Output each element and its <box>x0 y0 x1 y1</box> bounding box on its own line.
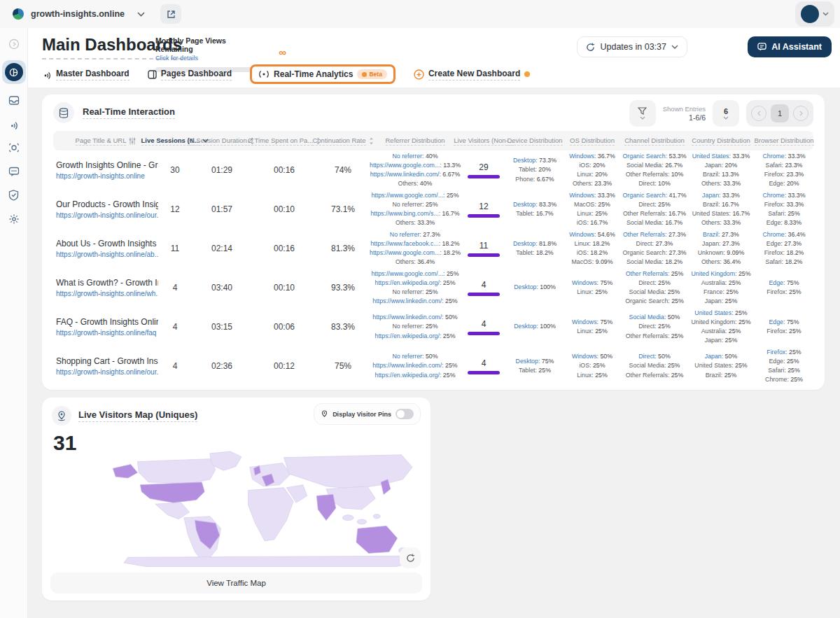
table-row[interactable]: FAQ - Growth Insights Online https://gro… <box>53 307 813 346</box>
live-sessions-value: 11 <box>158 244 192 253</box>
browser-distribution: Chrome: 33.3%Safari: 23.3%Firefox: 23.3%… <box>755 152 813 189</box>
channel-distribution: Organic Search: 53.3%Social Media: 26.7%… <box>622 152 687 189</box>
chat-icon <box>757 43 766 51</box>
tab-real-time-analytics[interactable]: Real-Time Analytics Beta <box>250 64 396 84</box>
referrer-distribution: https://www.google.com/...: 25%https://e… <box>370 269 461 307</box>
sidebar-item-dashboard[interactable] <box>2 60 26 84</box>
column-header[interactable]: Continuation Rate <box>316 136 370 146</box>
updates-countdown-button[interactable]: Updates in 03:37 <box>577 36 687 57</box>
page-size-select[interactable]: 6 <box>713 100 739 127</box>
avatar <box>801 5 819 23</box>
referrer-distribution: No referrer: 27.3%https://www.facebook.c… <box>370 230 461 267</box>
visitor-pins-toggle[interactable] <box>396 409 414 419</box>
referrer-distribution: https://www.google.com/...: 25%No referr… <box>370 191 461 228</box>
time-on-page-value: 00:06 <box>252 322 316 332</box>
referrer-distribution: https://www.linkedin.com/: 50%No referre… <box>370 313 461 341</box>
live-visitors-cell: 4 <box>461 280 507 296</box>
column-header: Referrer Distribution <box>370 136 461 146</box>
os-distribution: Windows: 36.7%iOS: 20%Linux: 20%Others: … <box>563 152 622 189</box>
real-time-interaction-card: Real-Time Interaction Shown Entries 1-6/… <box>42 94 825 390</box>
sidebar-item-chat[interactable] <box>6 164 22 179</box>
tab-create-new-dashboard[interactable]: Create New Dashboard <box>414 69 530 80</box>
open-site-button[interactable] <box>160 4 181 24</box>
page-url-link[interactable]: https://growth-insights.online/wh... <box>56 290 158 297</box>
live-visitors-bar <box>468 253 500 257</box>
funnel-icon <box>638 107 647 115</box>
page-url-link[interactable]: https://growth-insights.online/ab... <box>56 251 158 258</box>
page-title-cell: Our Products - Growth Insights ... <box>56 199 158 209</box>
page-title-cell: Growth Insights Online - Growt... <box>56 160 158 170</box>
table-row[interactable]: About Us - Growth Insights Onli... https… <box>53 229 813 268</box>
pages-layout-icon <box>148 70 157 79</box>
browser-distribution: Edge: 75%Firefox: 25% <box>755 318 813 336</box>
map-pin-icon <box>57 411 66 421</box>
current-page[interactable]: 1 <box>771 104 789 122</box>
channel-distribution: Social Media: 50%Direct: 25%Other Referr… <box>622 313 687 341</box>
prev-page-button[interactable] <box>751 106 766 121</box>
site-selector-chevron-icon[interactable] <box>137 12 145 17</box>
live-sessions-value: 12 <box>158 204 192 214</box>
sidebar-item-inbox[interactable] <box>6 92 22 108</box>
table-filter-button[interactable] <box>629 100 656 127</box>
channel-distribution: Other Referrals: 25%Direct: 25%Social Me… <box>622 269 687 307</box>
table-row[interactable]: Shopping Cart - Growth Insight... https:… <box>53 346 813 386</box>
page-url-link[interactable]: https://growth-insights.online/faq <box>56 329 158 337</box>
live-visitors-value: 11 <box>461 241 507 251</box>
account-menu[interactable] <box>795 1 834 27</box>
channel-distribution: Direct: 50%Social Media: 25%Other Referr… <box>622 352 687 380</box>
continuation-rate-value: 75% <box>316 361 370 371</box>
next-page-button[interactable] <box>793 106 808 121</box>
beta-dot-icon <box>362 72 367 77</box>
device-distribution: Desktop: 100% <box>507 322 563 331</box>
continuation-rate-value: 74% <box>316 165 370 175</box>
tab-pages-dashboard[interactable]: Pages Dashboard <box>148 69 232 80</box>
column-header[interactable]: Ø Session Duration <box>192 136 252 146</box>
page-url-link[interactable]: https://growth-insights.online <box>56 172 158 180</box>
page-title-cell: What is Growth? - Growth Insig... <box>56 278 158 288</box>
shown-entries-label: Shown Entries <box>663 105 706 113</box>
display-visitor-pins-control[interactable]: Display Visitor Pins <box>314 403 421 425</box>
country-distribution: United States: 33.3%Japan: 20%Brazil: 13… <box>687 152 755 189</box>
column-filter-icon[interactable] <box>129 137 136 145</box>
sidebar-item-collapse[interactable] <box>6 36 22 52</box>
live-visitors-map-card: Live Visitors Map (Uniques) Display Visi… <box>42 398 430 601</box>
gear-icon <box>8 213 20 225</box>
sidebar-item-signal[interactable] <box>6 116 22 132</box>
display-visitor-pins-label: Display Visitor Pins <box>332 411 391 418</box>
live-visitors-cell: 4 <box>461 358 507 374</box>
shown-entries-value: 1-6/6 <box>663 113 706 122</box>
sidebar-item-shield[interactable] <box>6 188 22 203</box>
site-selector-label[interactable]: growth-insights.online <box>31 9 125 19</box>
monthly-quota-details-link[interactable]: Click for details <box>155 55 264 62</box>
column-header[interactable]: Ø Time Spent on Pa... <box>252 136 316 146</box>
continuation-rate-value: 93.3% <box>316 283 370 293</box>
page-url-link[interactable]: https://growth-insights.online/our... <box>56 368 158 376</box>
view-traffic-map-button[interactable]: View Traffic Map <box>50 573 422 594</box>
inbox-icon <box>8 95 20 106</box>
table-row[interactable]: What is Growth? - Growth Insig... https:… <box>53 268 813 307</box>
page-url-link[interactable]: https://growth-insights.online/our... <box>56 211 158 219</box>
browser-distribution: Edge: 75%Firefox: 25% <box>755 279 813 297</box>
site-favicon <box>13 8 24 20</box>
time-on-page-value: 00:16 <box>252 165 316 175</box>
sidebar-item-gear[interactable] <box>6 211 22 227</box>
os-distribution: Windows: 33.3%MacOS: 25%Linux: 25%iOS: 1… <box>563 191 622 228</box>
signal-icon <box>42 69 52 79</box>
live-sessions-value: 4 <box>158 283 192 293</box>
live-visitors-cell: 29 <box>461 162 507 178</box>
sidebar-item-audience[interactable] <box>6 140 22 155</box>
map-refresh-button[interactable] <box>400 547 421 568</box>
table-row[interactable]: Our Products - Growth Insights ... https… <box>53 190 813 229</box>
tab-master-dashboard[interactable]: Master Dashboard <box>42 69 130 80</box>
device-distribution: Desktop: 100% <box>507 283 563 292</box>
continuation-rate-value: 83.3% <box>316 322 370 332</box>
channel-distribution: Organic Search: 41.7%Direct: 25%Other Re… <box>622 191 687 228</box>
browser-distribution: Firefox: 25%Edge: 25%Safari: 25%Chrome: … <box>755 348 813 385</box>
column-header[interactable]: Live Sessions (N... <box>158 136 192 146</box>
refresh-icon <box>586 43 595 52</box>
top-bar: growth-insights.online <box>0 0 840 28</box>
live-visitors-value: 4 <box>461 280 507 290</box>
ai-assistant-button[interactable]: AI Assistant <box>748 36 832 57</box>
table-row[interactable]: Growth Insights Online - Growt... https:… <box>53 150 813 190</box>
country-distribution: United States: 25%United Kingdom: 25%Aus… <box>687 309 755 346</box>
